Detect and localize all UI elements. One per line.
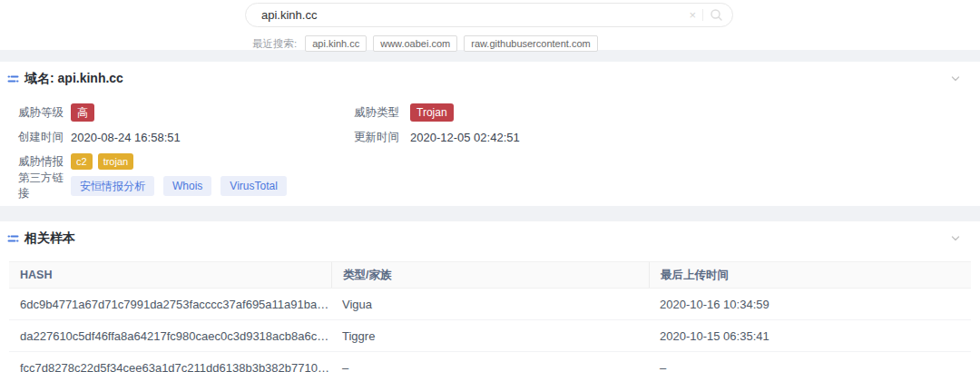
chevron-down-icon[interactable] <box>949 232 962 245</box>
last-upload-cell: 2020-10-16 10:34:59 <box>649 298 971 311</box>
table-row[interactable]: fcc7d8278c22d5f34cee63a1d7c211dd6138b3b3… <box>9 352 971 372</box>
search-input[interactable] <box>261 8 689 22</box>
created-time-label: 创建时间 <box>18 130 71 145</box>
updated-time-value: 2020-12-05 02:42:51 <box>410 131 520 144</box>
section-gap <box>0 206 980 221</box>
domain-card: 域名: api.kinh.cc 威胁等级 高 威胁类型 Trojan 创建时间 … <box>0 62 980 206</box>
samples-card-header: 相关样本 <box>0 221 980 252</box>
threat-type-badge: Trojan <box>410 103 454 122</box>
intel-tag[interactable]: c2 <box>71 153 93 170</box>
section-list-icon <box>7 233 19 245</box>
type-family-cell: Tiggre <box>331 329 649 343</box>
section-list-icon <box>7 73 19 85</box>
recent-searches-label: 最近搜索: <box>252 37 297 51</box>
created-time-value: 2020-08-24 16:58:51 <box>71 131 181 144</box>
table-row[interactable]: 6dc9b4771a67d71c7991da2753facccc37af695a… <box>9 289 971 320</box>
domain-title: 域名: api.kinh.cc <box>24 71 123 87</box>
threat-level-label: 威胁等级 <box>18 105 71 121</box>
recent-search-tag[interactable]: raw.githubusercontent.com <box>464 35 597 52</box>
hash-cell: 6dc9b4771a67d71c7991da2753facccc37af695a… <box>9 298 331 311</box>
updated-time-label: 更新时间 <box>354 130 399 145</box>
intel-tag[interactable]: trojan <box>98 153 134 170</box>
search-icon[interactable] <box>710 8 723 22</box>
chevron-down-icon[interactable] <box>949 73 962 85</box>
type-family-cell: – <box>331 361 649 372</box>
third-party-links-label: 第三方链接 <box>18 171 71 201</box>
search-bar[interactable]: × <box>245 3 733 27</box>
threat-intel-label: 威胁情报 <box>18 154 71 170</box>
recent-search-tag[interactable]: api.kinh.cc <box>305 35 367 52</box>
samples-title: 相关样本 <box>24 230 75 247</box>
samples-table: HASH 类型/家族 最后上传时间 6dc9b4771a67d71c7991da… <box>9 261 971 372</box>
hash-cell: da227610c5df46ffa8a64217fc980caec0c3d931… <box>9 329 331 343</box>
search-actions: × <box>689 8 723 22</box>
clear-icon[interactable]: × <box>689 9 696 21</box>
third-party-link[interactable]: VirusTotal <box>220 176 286 196</box>
column-header-last-upload: 最后上传时间 <box>649 262 971 288</box>
domain-card-header: 域名: api.kinh.cc <box>0 62 980 93</box>
third-party-link[interactable]: Whois <box>163 176 211 196</box>
column-header-hash: HASH <box>9 262 331 288</box>
type-family-cell: Vigua <box>331 298 649 311</box>
samples-card: 相关样本 HASH 类型/家族 最后上传时间 6dc9b4771a67d71c7… <box>0 221 980 372</box>
search-area: × 最近搜索: api.kinh.cc www.oabei.com raw.gi… <box>0 0 980 50</box>
domain-fields: 威胁等级 高 威胁类型 Trojan 创建时间 2020-08-24 16:58… <box>0 93 980 206</box>
recent-search-tag[interactable]: www.oabei.com <box>373 35 457 52</box>
table-row[interactable]: da227610c5df46ffa8a64217fc980caec0c3d931… <box>9 320 971 352</box>
third-party-link[interactable]: 安恒情报分析 <box>71 176 154 196</box>
threat-type-label: 威胁类型 <box>354 105 399 121</box>
threat-level-badge: 高 <box>71 103 94 122</box>
last-upload-cell: – <box>649 361 971 372</box>
hash-cell: fcc7d8278c22d5f34cee63a1d7c211dd6138b3b3… <box>9 361 331 372</box>
samples-table-header: HASH 类型/家族 最后上传时间 <box>9 261 971 289</box>
last-upload-cell: 2020-10-15 06:35:41 <box>649 329 971 343</box>
column-header-type-family: 类型/家族 <box>331 262 649 288</box>
search-divider <box>702 9 703 21</box>
